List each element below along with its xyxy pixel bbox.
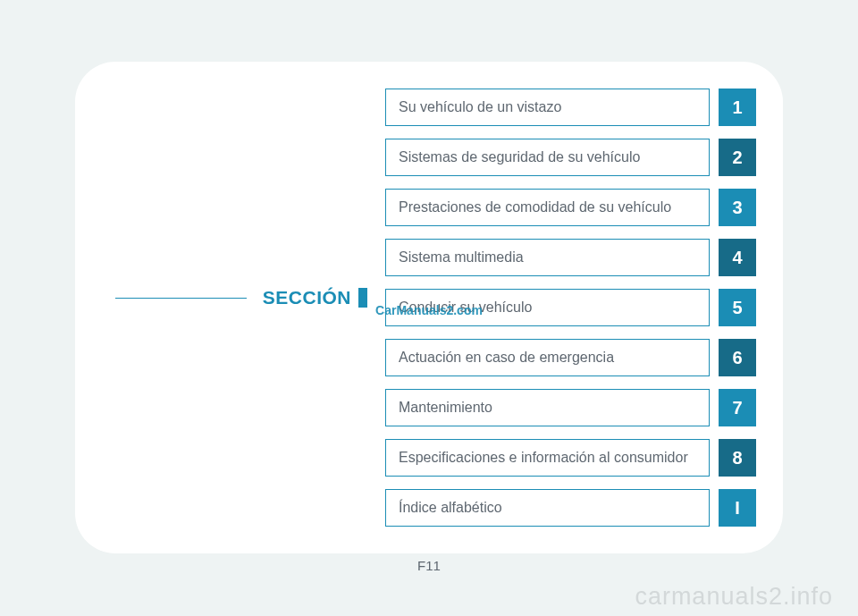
page-number: F11 <box>417 558 441 573</box>
toc-item-number: 6 <box>719 339 756 376</box>
toc-item[interactable]: Especificaciones e información al consum… <box>385 439 756 477</box>
toc-item-label: Conducir su vehículo <box>385 289 710 326</box>
section-header-row: SECCIÓN <box>75 287 367 308</box>
toc-item-label: Su vehículo de un vistazo <box>385 89 710 126</box>
toc-item-number: 2 <box>719 139 756 176</box>
toc-item-label: Índice alfabético <box>385 489 710 527</box>
toc-item[interactable]: Su vehículo de un vistazo 1 <box>385 89 756 126</box>
toc-item-number: 3 <box>719 189 756 226</box>
watermark-bottom: carmanuals2.info <box>635 583 833 611</box>
toc-item-number: I <box>719 489 756 527</box>
page-container: SECCIÓN Su vehículo de un vistazo 1 Sist… <box>75 62 783 553</box>
toc-item[interactable]: Índice alfabético I <box>385 489 756 527</box>
toc-item-number: 5 <box>719 289 756 326</box>
content-area: SECCIÓN Su vehículo de un vistazo 1 Sist… <box>75 62 783 553</box>
toc-item-number: 1 <box>719 89 756 126</box>
left-column: SECCIÓN <box>75 62 367 553</box>
section-marker-icon <box>358 288 367 308</box>
toc-item-number: 7 <box>719 389 756 426</box>
toc-item-label: Especificaciones e información al consum… <box>385 439 710 477</box>
toc-list: Su vehículo de un vistazo 1 Sistemas de … <box>385 89 756 527</box>
toc-item-number: 8 <box>719 439 756 477</box>
section-label: SECCIÓN <box>263 287 351 308</box>
toc-item[interactable]: Mantenimiento 7 <box>385 389 756 426</box>
toc-item[interactable]: Sistemas de seguridad de su vehículo 2 <box>385 139 756 176</box>
divider-line <box>115 298 247 299</box>
toc-item-label: Sistema multimedia <box>385 239 710 276</box>
toc-item[interactable]: Conducir su vehículo 5 <box>385 289 756 326</box>
toc-item-label: Actuación en caso de emergencia <box>385 339 710 376</box>
toc-item-number: 4 <box>719 239 756 276</box>
toc-item-label: Prestaciones de comodidad de su vehículo <box>385 189 710 226</box>
toc-item[interactable]: Prestaciones de comodidad de su vehículo… <box>385 189 756 226</box>
toc-item[interactable]: Sistema multimedia 4 <box>385 239 756 276</box>
right-column: Su vehículo de un vistazo 1 Sistemas de … <box>367 62 783 553</box>
toc-item[interactable]: Actuación en caso de emergencia 6 <box>385 339 756 376</box>
toc-item-label: Sistemas de seguridad de su vehículo <box>385 139 710 176</box>
toc-item-label: Mantenimiento <box>385 389 710 426</box>
